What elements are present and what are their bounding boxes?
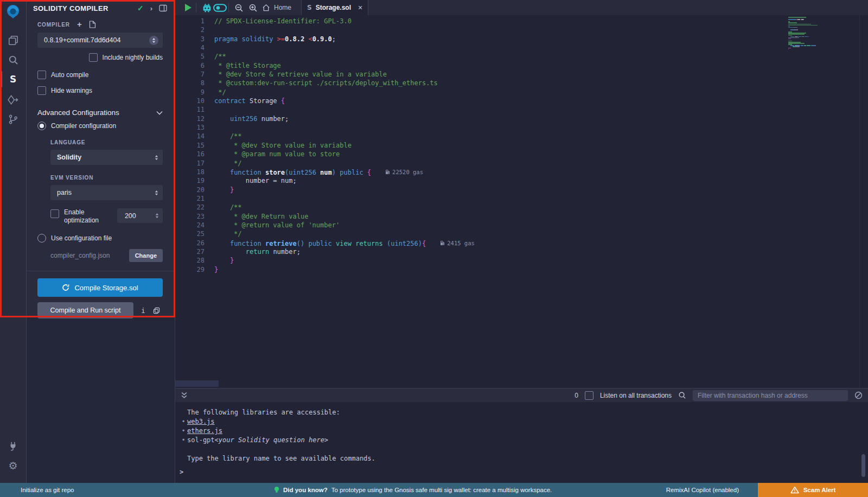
panel-header: SOLIDITY COMPILER ✓ › bbox=[27, 0, 175, 16]
terminal-intro: The following libraries are accessible: bbox=[180, 408, 375, 417]
auto-compile-checkbox[interactable] bbox=[37, 71, 46, 79]
language-label: LANGUAGE bbox=[50, 139, 85, 145]
git-init-button[interactable]: Initialize as git repo bbox=[21, 483, 74, 497]
search-icon[interactable] bbox=[0, 51, 26, 68]
code-editor[interactable]: 1234567891011121314151617181920212223242… bbox=[175, 15, 868, 388]
deploy-run-icon[interactable] bbox=[0, 91, 26, 109]
terminal-search-icon[interactable] bbox=[678, 391, 686, 399]
status-bar: Initialize as git repo Did you know? To … bbox=[0, 483, 868, 497]
use-configuration-file-radio[interactable] bbox=[37, 234, 46, 243]
terminal-scrollbar-thumb[interactable] bbox=[861, 454, 865, 477]
select-arrows-icon bbox=[155, 155, 158, 160]
run-script-play-button[interactable] bbox=[185, 0, 192, 15]
bullet: • bbox=[180, 417, 187, 426]
compiler-configuration-label: Compiler configuration bbox=[51, 122, 116, 130]
compiler-configuration-radio[interactable] bbox=[37, 122, 46, 130]
code-content[interactable]: // SPDX-License-Identifier: GPL-3.0pragm… bbox=[214, 17, 475, 274]
solidity-compiler-panel: SOLIDITY COMPILER ✓ › COMPILER + 0.8.19+… bbox=[27, 0, 175, 317]
config-filename: compiler_config.json bbox=[50, 252, 110, 259]
sol-gpt-hint: <your Solidity question here> bbox=[215, 436, 329, 445]
collapse-terminal-icon[interactable] bbox=[181, 392, 188, 399]
did-you-know-tip: Did you know? To prototype using the Gno… bbox=[274, 483, 552, 497]
terminal[interactable]: The following libraries are accessible: … bbox=[175, 402, 868, 483]
horizontal-scrollbar-thumb[interactable] bbox=[175, 380, 219, 387]
use-configuration-file-label: Use configuration file bbox=[51, 234, 112, 242]
blank-line bbox=[180, 445, 375, 454]
compiler-version-select[interactable]: 0.8.19+commit.7dd6d404 bbox=[37, 33, 163, 48]
compile-and-run-button[interactable]: Compile and Run script bbox=[37, 302, 133, 318]
hide-warnings-checkbox[interactable] bbox=[37, 86, 46, 95]
zoom-in-button[interactable] bbox=[248, 0, 258, 15]
ai-copilot-robot-button[interactable] bbox=[201, 0, 213, 15]
listen-transactions-label: Listen on all transactions bbox=[600, 392, 672, 399]
transaction-filter-input[interactable] bbox=[693, 390, 848, 401]
zoom-out-button[interactable] bbox=[234, 0, 244, 15]
terminal-header: 0 Listen on all transactions bbox=[175, 388, 868, 402]
settings-gear-icon[interactable]: ⚙ bbox=[0, 457, 26, 474]
listen-transactions-checkbox[interactable] bbox=[585, 391, 593, 400]
toolbar-separator bbox=[228, 3, 229, 12]
lightbulb-icon bbox=[274, 486, 279, 494]
compile-success-check-icon: ✓ bbox=[137, 4, 144, 12]
play-icon bbox=[185, 4, 192, 11]
tip-text: To prototype using the Gnosis safe multi… bbox=[331, 487, 552, 493]
version-sort-arrows-icon bbox=[149, 36, 158, 45]
plugin-manager-icon[interactable] bbox=[0, 437, 26, 455]
enable-optimization-checkbox[interactable] bbox=[50, 209, 59, 218]
editor-minimap[interactable] bbox=[788, 17, 852, 50]
copy-icon[interactable] bbox=[153, 307, 160, 314]
copilot-status[interactable]: RemixAI Copilot (enabled) bbox=[666, 483, 739, 497]
file-explorer-icon[interactable] bbox=[0, 31, 26, 49]
home-icon bbox=[262, 4, 270, 11]
scam-alert-button[interactable]: Scam Alert bbox=[758, 483, 868, 497]
transaction-count: 0 bbox=[575, 392, 578, 399]
active-plugin-indicator bbox=[0, 71, 2, 88]
tab-home[interactable]: Home bbox=[262, 0, 291, 15]
language-select[interactable]: Solidity bbox=[50, 150, 163, 165]
stepper-arrows-icon bbox=[155, 213, 159, 218]
remix-logo[interactable] bbox=[0, 3, 26, 21]
enable-optimization-label: Enable optimization bbox=[64, 208, 99, 225]
editor-right-edge bbox=[859, 15, 860, 388]
hide-warnings-label: Hide warnings bbox=[51, 87, 92, 94]
warning-triangle-icon bbox=[790, 486, 799, 494]
ethers-link[interactable]: ethers.js bbox=[187, 426, 222, 436]
compiler-section-label: COMPILER bbox=[37, 22, 70, 28]
change-config-button[interactable]: Change bbox=[129, 249, 163, 262]
chevron-right-icon[interactable]: › bbox=[150, 4, 152, 12]
terminal-hint: Type the library name to see available c… bbox=[180, 454, 375, 463]
optimization-runs-value: 200 bbox=[125, 212, 155, 220]
close-tab-icon[interactable]: × bbox=[358, 3, 362, 12]
git-icon[interactable] bbox=[0, 111, 26, 128]
tip-title: Did you know? bbox=[283, 487, 328, 493]
tab-storage-sol[interactable]: S Storage.sol × bbox=[301, 0, 368, 15]
terminal-library-item: • sol-gpt <your Solidity question here> bbox=[180, 436, 375, 445]
include-nightly-checkbox[interactable] bbox=[89, 53, 98, 62]
add-compiler-icon[interactable]: + bbox=[77, 22, 82, 27]
terminal-prompt[interactable]: > bbox=[180, 468, 183, 476]
zoom-out-icon bbox=[234, 3, 244, 12]
panel-title: SOLIDITY COMPILER bbox=[33, 4, 108, 12]
solidity-compiler-icon[interactable]: S bbox=[0, 71, 26, 88]
terminal-library-item: • ethers.js bbox=[180, 426, 375, 436]
select-arrows-icon bbox=[155, 190, 158, 195]
advanced-configurations-toggle[interactable]: Advanced Configurations bbox=[37, 109, 163, 117]
compile-button[interactable]: Compile Storage.sol bbox=[37, 278, 163, 297]
copilot-toggle-switch[interactable] bbox=[213, 0, 227, 15]
pin-panel-icon[interactable] bbox=[159, 4, 167, 12]
section-divider bbox=[27, 271, 175, 271]
bullet: • bbox=[180, 436, 187, 445]
optimization-runs-input[interactable]: 200 bbox=[117, 208, 163, 223]
gas-estimate: 2415 gas bbox=[440, 239, 475, 247]
side-panel-area: SOLIDITY COMPILER ✓ › COMPILER + 0.8.19+… bbox=[27, 0, 175, 483]
bullet: • bbox=[180, 426, 187, 436]
compiler-version-value: 0.8.19+commit.7dd6d404 bbox=[44, 36, 149, 44]
open-file-icon[interactable] bbox=[89, 21, 96, 28]
sol-gpt-label: sol-gpt bbox=[187, 436, 215, 445]
info-icon[interactable]: i bbox=[141, 307, 145, 315]
evm-version-select[interactable]: paris bbox=[50, 185, 163, 200]
zoom-in-icon bbox=[248, 3, 258, 12]
web3-link[interactable]: web3.js bbox=[187, 417, 215, 426]
refresh-icon bbox=[62, 284, 69, 291]
clear-console-ban-icon[interactable] bbox=[854, 391, 863, 399]
